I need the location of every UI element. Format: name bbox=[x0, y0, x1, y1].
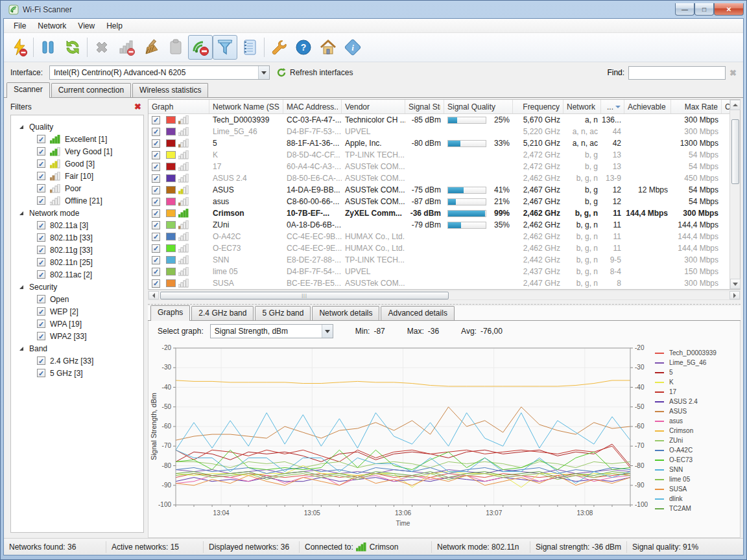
column-header-frequency[interactable]: Frequency bbox=[513, 100, 563, 113]
filter-item-802.11g-33-[interactable]: ✓802.11g [33] bbox=[14, 244, 141, 256]
checkbox[interactable]: ✓ bbox=[37, 233, 45, 242]
table-row-tech-d0003939[interactable]: ✓Tech_D0003939CC-03-FA-47-...Technicolor… bbox=[148, 114, 729, 126]
filter-item-wpa2-33-[interactable]: ✓WPA2 [33] bbox=[14, 330, 141, 342]
filter-group-quality[interactable]: Quality bbox=[14, 121, 141, 133]
row-checkbox[interactable]: ✓ bbox=[152, 198, 160, 206]
checkbox[interactable]: ✓ bbox=[37, 369, 45, 377]
column-header-vendor[interactable]: Vendor bbox=[342, 100, 405, 113]
legend-item-17[interactable]: 17 bbox=[651, 387, 735, 397]
filter-group-network-mode[interactable]: Network mode bbox=[14, 207, 141, 219]
scroll-right-icon[interactable] bbox=[729, 291, 740, 299]
table-row-o-a42c[interactable]: ✓O-A42CCC-4E-EC-9B...HUMAX Co., Ltd.2,46… bbox=[148, 231, 729, 242]
filter-item-excellent-1-[interactable]: ✓Excellent [1] bbox=[14, 133, 141, 145]
filter-item-poor[interactable]: ✓Poor bbox=[14, 182, 141, 194]
filter-item-good-3-[interactable]: ✓Good [3] bbox=[14, 158, 141, 170]
checkbox[interactable]: ✓ bbox=[37, 258, 45, 266]
filter-item-very-good-1-[interactable]: ✓Very Good [1] bbox=[14, 145, 141, 158]
table-row-asus[interactable]: ✓ASUS14-DA-E9-BB...ASUSTek COM...-75 dBm… bbox=[148, 184, 729, 196]
legend-item-asus[interactable]: asus bbox=[651, 416, 735, 426]
menu-item-network[interactable]: Network bbox=[32, 19, 72, 32]
filter-group-security[interactable]: Security bbox=[14, 281, 141, 293]
filter-group-band[interactable]: Band bbox=[14, 342, 141, 355]
row-checkbox[interactable]: ✓ bbox=[152, 151, 160, 159]
filter-item-offline-21-[interactable]: ✓Offline [21] bbox=[14, 194, 141, 207]
filter-item-802.11n-25-[interactable]: ✓802.11n [25] bbox=[14, 256, 141, 268]
row-checkbox[interactable]: ✓ bbox=[152, 256, 160, 264]
filter-item-802.11a-3-[interactable]: ✓802.11a [3] bbox=[14, 219, 141, 231]
column-header-signal-str-[interactable]: Signal Str... bbox=[405, 100, 444, 113]
pause-icon[interactable] bbox=[36, 35, 60, 60]
expand-triangle-icon[interactable] bbox=[19, 211, 24, 216]
filter-item-802.11b-33-[interactable]: ✓802.11b [33] bbox=[14, 231, 141, 244]
panel-splitter[interactable] bbox=[148, 300, 741, 305]
chevron-down-icon[interactable] bbox=[258, 66, 269, 79]
expand-triangle-icon[interactable] bbox=[19, 285, 24, 290]
interface-select[interactable]: Intel(R) Centrino(R) Advanced-N 6205 bbox=[49, 65, 270, 80]
menu-item-help[interactable]: Help bbox=[101, 19, 128, 32]
checkbox[interactable]: ✓ bbox=[37, 159, 45, 168]
maximize-button[interactable]: □ bbox=[694, 3, 714, 16]
table-row-17[interactable]: ✓1760-A4-4C-A3-...ASUSTek COM...2,472 GH… bbox=[148, 161, 729, 172]
vertical-scrollbar[interactable] bbox=[729, 100, 740, 289]
filter-item-wep-2-[interactable]: ✓WEP [2] bbox=[14, 305, 141, 318]
chevron-down-icon[interactable] bbox=[322, 325, 333, 338]
table-row-5[interactable]: ✓588-1F-A1-36-...Apple, Inc.-80 dBm33%5,… bbox=[148, 137, 729, 149]
column-header-graph[interactable]: Graph bbox=[148, 100, 209, 113]
clear-find-icon[interactable]: ✖ bbox=[729, 68, 737, 78]
tab-network-details[interactable]: Network details bbox=[312, 306, 379, 320]
checkbox[interactable]: ✓ bbox=[37, 356, 45, 365]
legend-item-tc2am[interactable]: TC2AM bbox=[651, 504, 735, 513]
checkbox[interactable]: ✓ bbox=[37, 270, 45, 279]
checkbox[interactable]: ✓ bbox=[37, 184, 45, 192]
checkbox[interactable]: ✓ bbox=[37, 295, 45, 303]
legend-item-tech-d0003939[interactable]: Tech_D0003939 bbox=[651, 348, 735, 358]
help-icon[interactable]: ? bbox=[291, 35, 316, 60]
vertical-scroll-thumb[interactable] bbox=[731, 119, 739, 184]
tab-scanner[interactable]: Scanner bbox=[6, 82, 50, 98]
legend-item-zuni[interactable]: ZUni bbox=[651, 436, 735, 445]
filter-item-5-ghz-3-[interactable]: ✓5 GHz [3] bbox=[14, 367, 141, 379]
table-row-asus[interactable]: ✓asusC8-60-00-66-...ASUSTek COM...-87 dB… bbox=[148, 196, 729, 207]
column-header-max-rate[interactable]: Max Rate bbox=[671, 100, 722, 113]
row-checkbox[interactable]: ✓ bbox=[152, 186, 160, 194]
filter-icon[interactable] bbox=[213, 35, 237, 60]
legend-item-susa[interactable]: SUSA bbox=[651, 484, 735, 494]
row-checkbox[interactable]: ✓ bbox=[152, 221, 160, 229]
expand-triangle-icon[interactable] bbox=[19, 346, 24, 351]
column-header-achievable-[interactable]: Achievable ... bbox=[624, 100, 671, 113]
checkbox[interactable]: ✓ bbox=[37, 147, 45, 156]
horizontal-scrollbar[interactable]: ||| bbox=[148, 290, 741, 300]
legend-item-dlink[interactable]: dlink bbox=[651, 494, 735, 504]
filter-item-open[interactable]: ✓Open bbox=[14, 293, 141, 305]
table-row-susa[interactable]: ✓SUSABC-EE-7B-E5...ASUSTek COM...2,447 G… bbox=[148, 277, 729, 289]
row-checkbox[interactable]: ✓ bbox=[152, 163, 160, 171]
tab-graphs[interactable]: Graphs bbox=[150, 305, 190, 321]
row-checkbox[interactable]: ✓ bbox=[152, 279, 160, 288]
column-header-network-[interactable]: Network ... bbox=[563, 100, 601, 113]
legend-item-asus[interactable]: ASUS bbox=[651, 406, 735, 416]
menu-item-view[interactable]: View bbox=[72, 19, 101, 32]
legend-item-lime-5g-46[interactable]: Lime_5G_46 bbox=[651, 358, 735, 368]
checkbox[interactable]: ✓ bbox=[37, 320, 45, 328]
legend-item-k[interactable]: K bbox=[651, 377, 735, 387]
row-checkbox[interactable]: ✓ bbox=[152, 233, 160, 241]
checkbox[interactable]: ✓ bbox=[37, 221, 45, 229]
table-row-asus-2-4[interactable]: ✓ASUS 2.4D8-50-E6-CA-...ASUSTek COM...2,… bbox=[148, 172, 729, 184]
checkbox[interactable]: ✓ bbox=[37, 332, 45, 340]
row-checkbox[interactable]: ✓ bbox=[152, 139, 160, 148]
filter-item-wpa-19-[interactable]: ✓WPA [19] bbox=[14, 318, 141, 330]
legend-item-o-ec73[interactable]: O-EC73 bbox=[651, 455, 735, 465]
row-checkbox[interactable]: ✓ bbox=[152, 174, 160, 183]
legend-item-crimson[interactable]: Crimson bbox=[651, 426, 735, 436]
table-row-crimson[interactable]: ✓Crimson10-7B-EF-...ZyXEL Comm...-36 dBm… bbox=[148, 207, 729, 219]
refresh-interfaces-button[interactable]: Refresh interfaces bbox=[276, 67, 353, 78]
settings-icon[interactable] bbox=[267, 35, 291, 60]
tab-current-connection[interactable]: Current connection bbox=[51, 83, 131, 97]
horizontal-scroll-thumb[interactable]: ||| bbox=[160, 292, 449, 299]
column-header-chann-[interactable]: Chann... bbox=[722, 100, 729, 113]
clear-icon[interactable] bbox=[139, 35, 163, 60]
show-inactive-icon[interactable] bbox=[188, 35, 213, 60]
table-row-snn[interactable]: ✓SNNE8-DE-27-88-...TP-LINK TECH...2,442 … bbox=[148, 254, 729, 266]
column-header-signal-quality[interactable]: Signal Quality bbox=[444, 100, 513, 113]
table-row-k[interactable]: ✓KD8-5D-4C-CF...TP-LINK TECH...2,472 GHz… bbox=[148, 149, 729, 161]
